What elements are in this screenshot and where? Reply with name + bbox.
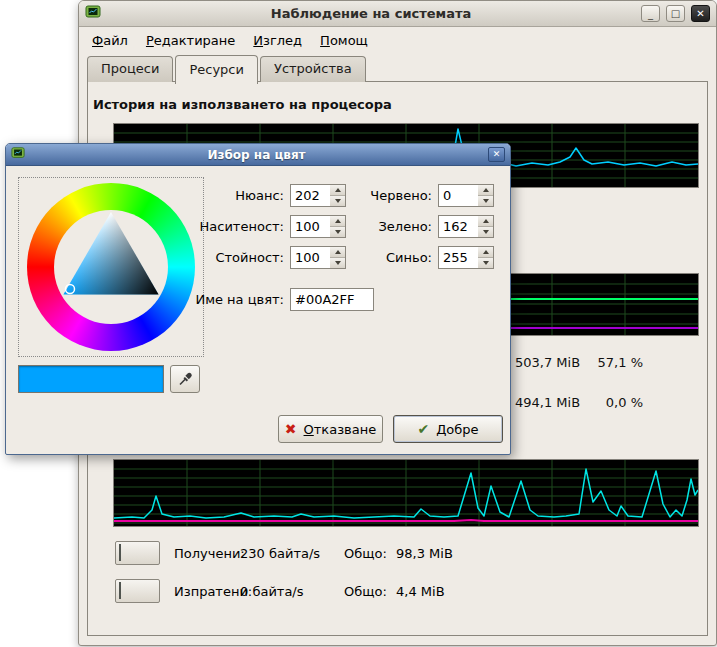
- sent-label: Изпратени:: [174, 584, 240, 599]
- network-history-chart: [113, 459, 699, 527]
- green-spinner: [438, 215, 494, 238]
- swap-percent: 0,0 %: [606, 395, 643, 410]
- color-name-input[interactable]: [290, 288, 374, 311]
- network-sent-row: Изпратени: 0 байта/s Общо: 4,4 MiB: [115, 579, 445, 603]
- swap-stats-row: 494,1 MiB 0,0 %: [515, 395, 643, 410]
- red-input[interactable]: [438, 184, 478, 207]
- sent-total-label: Общо:: [344, 584, 396, 599]
- received-label: Получени:: [174, 546, 240, 561]
- dialog-title: Избор на цвят: [30, 148, 483, 162]
- minimize-button[interactable]: _: [641, 5, 660, 22]
- sent-total: 4,4 MiB: [396, 584, 445, 599]
- maximize-button[interactable]: □: [666, 5, 685, 22]
- color-name-label: Име на цвят:: [156, 292, 284, 307]
- memory-stats-row: 503,7 MiB 57,1 %: [515, 355, 643, 370]
- received-total: 98,3 MiB: [396, 546, 453, 561]
- green-input[interactable]: [438, 215, 478, 238]
- sent-color-swatch[interactable]: [115, 579, 160, 603]
- close-button[interactable]: ✕: [691, 5, 710, 22]
- red-spin-buttons[interactable]: [478, 184, 494, 207]
- received-rate: 230 байта/s: [240, 546, 344, 561]
- app-icon: [85, 4, 101, 23]
- tab-bar: Процеси Ресурси Устройства: [87, 55, 368, 84]
- menu-file[interactable]: Файл: [83, 29, 137, 52]
- green-label: Зелено:: [306, 219, 432, 234]
- blue-spin-buttons[interactable]: [478, 246, 494, 269]
- received-color-swatch[interactable]: [115, 541, 160, 565]
- red-spinner: [438, 184, 494, 207]
- tab-processes[interactable]: Процеси: [87, 56, 173, 82]
- color-preview: [18, 365, 164, 393]
- green-spin-buttons[interactable]: [478, 215, 494, 238]
- blue-spinner: [438, 246, 494, 269]
- memory-amount: 503,7 MiB: [515, 355, 580, 370]
- tab-resources[interactable]: Ресурси: [175, 55, 258, 84]
- eyedropper-icon: [177, 371, 193, 387]
- dialog-close-button[interactable]: ✕: [488, 147, 505, 162]
- blue-label: Синьо:: [306, 250, 432, 265]
- swap-amount: 494,1 MiB: [515, 395, 580, 410]
- ok-check-icon: ✔: [417, 422, 429, 436]
- dialog-titlebar[interactable]: Избор на цвят ✕: [6, 144, 510, 166]
- menubar: Файл Редактиране Изглед Помощ: [83, 28, 377, 53]
- memory-percent: 57,1 %: [598, 355, 643, 370]
- dialog-icon: [11, 146, 25, 163]
- sent-rate: 0 байта/s: [240, 584, 344, 599]
- received-total-label: Общо:: [344, 546, 396, 561]
- cpu-history-title: История на използването на процесора: [93, 97, 392, 112]
- hue-label: Нюанс:: [156, 188, 284, 203]
- sv-triangle[interactable]: [51, 207, 171, 327]
- window-title: Наблюдение на системата: [107, 6, 635, 21]
- color-picker-dialog: Избор на цвят ✕ Нюан: [5, 143, 511, 455]
- eyedropper-button[interactable]: [170, 365, 200, 393]
- window-titlebar[interactable]: Наблюдение на системата _ □ ✕: [79, 1, 716, 27]
- saturation-label: Наситеност:: [156, 219, 284, 234]
- cancel-x-icon: ✖: [285, 422, 297, 436]
- color-wheel[interactable]: [18, 177, 204, 357]
- menu-edit[interactable]: Редактиране: [137, 29, 244, 52]
- menu-view[interactable]: Изглед: [244, 29, 311, 52]
- tab-devices[interactable]: Устройства: [260, 56, 366, 82]
- network-received-row: Получени: 230 байта/s Общо: 98,3 MiB: [115, 541, 453, 565]
- menu-help[interactable]: Помощ: [311, 29, 377, 52]
- red-label: Червено:: [306, 188, 432, 203]
- blue-input[interactable]: [438, 246, 478, 269]
- ok-button[interactable]: ✔ Добре: [393, 415, 503, 443]
- cancel-button[interactable]: ✖ Отказване: [278, 415, 383, 443]
- value-label: Стойност:: [156, 250, 284, 265]
